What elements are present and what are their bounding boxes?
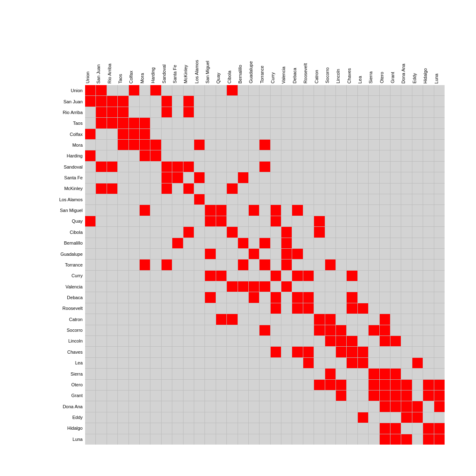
matrix-cell — [238, 150, 248, 161]
matrix-cell — [380, 249, 390, 259]
top-label-cell: Cibola — [227, 31, 238, 85]
matrix-cell — [336, 314, 346, 324]
matrix-cell — [194, 358, 205, 368]
matrix-cell — [336, 129, 346, 139]
matrix-cell — [412, 85, 423, 95]
matrix-cell — [194, 227, 205, 237]
matrix-cell — [194, 140, 205, 150]
matrix-cell — [259, 292, 270, 302]
matrix-cell — [336, 216, 346, 226]
matrix-cell — [434, 347, 445, 357]
matrix-cell — [347, 314, 357, 324]
top-label-cell: Dona Ana — [401, 31, 412, 85]
matrix-cell — [96, 380, 106, 390]
matrix-cell — [292, 423, 302, 433]
matrix-cell — [259, 118, 270, 128]
left-label-cell: Debaca — [31, 292, 85, 303]
matrix-cell — [162, 140, 172, 150]
matrix-cell — [150, 238, 161, 248]
matrix-cell — [336, 259, 346, 270]
matrix-cell — [314, 85, 324, 95]
matrix-cell — [85, 249, 95, 259]
matrix-cell — [96, 194, 106, 205]
matrix-cell — [423, 401, 433, 412]
matrix-cell — [281, 347, 292, 357]
matrix-cell — [216, 325, 226, 336]
matrix-cell — [325, 380, 336, 390]
matrix-cell — [259, 347, 270, 357]
matrix-cell — [369, 194, 379, 205]
matrix-cell — [118, 172, 128, 183]
matrix-cell — [380, 271, 390, 281]
matrix-cell — [423, 183, 433, 194]
matrix-cell — [205, 140, 215, 150]
matrix-cell — [118, 281, 128, 292]
matrix-cell — [227, 325, 237, 336]
left-label-cell: Guadalupe — [31, 248, 85, 259]
matrix-cell — [423, 172, 433, 183]
matrix-cell — [194, 401, 205, 412]
matrix-cell — [129, 140, 139, 150]
matrix-cell — [85, 412, 95, 423]
matrix-cell — [292, 314, 302, 324]
matrix-cell — [150, 369, 161, 379]
matrix-cell — [412, 292, 423, 302]
matrix-cell — [216, 412, 226, 423]
matrix-cell — [434, 227, 445, 237]
matrix-cell — [390, 150, 401, 161]
top-label-cell: San Miguel — [205, 31, 216, 85]
matrix-cell — [325, 227, 336, 237]
matrix-cell — [271, 183, 281, 194]
matrix-cell — [423, 129, 433, 139]
matrix-cell — [194, 336, 205, 346]
matrix-cell — [150, 380, 161, 390]
matrix-cell — [314, 216, 324, 226]
matrix-cell — [227, 380, 237, 390]
matrix-cell — [216, 183, 226, 194]
matrix-cell — [390, 434, 401, 445]
matrix-cell — [216, 423, 226, 433]
matrix-cell — [369, 205, 379, 215]
matrix-cell — [292, 281, 302, 292]
matrix-cell — [183, 85, 194, 95]
matrix-cell — [325, 85, 336, 95]
matrix-cell — [369, 412, 379, 423]
matrix-cell — [259, 259, 270, 270]
matrix-cell — [325, 259, 336, 270]
matrix-cell — [292, 150, 302, 161]
matrix-cell — [216, 162, 226, 172]
matrix-cell — [412, 303, 423, 314]
matrix-cell — [172, 162, 183, 172]
matrix-cell — [172, 150, 183, 161]
matrix-cell — [380, 325, 390, 336]
matrix-cell — [249, 369, 259, 379]
matrix-cell — [129, 390, 139, 401]
matrix-cell — [259, 129, 270, 139]
matrix-cell — [150, 172, 161, 183]
matrix-cell — [369, 227, 379, 237]
matrix-cell — [162, 314, 172, 324]
matrix-cell — [216, 314, 226, 324]
matrix-cell — [369, 369, 379, 379]
matrix-cell — [380, 423, 390, 433]
matrix-cell — [380, 303, 390, 314]
matrix-cell — [194, 85, 205, 95]
matrix-cell — [129, 259, 139, 270]
matrix-cell — [107, 401, 117, 412]
matrix-cell — [85, 303, 95, 314]
matrix-cell — [325, 336, 336, 346]
matrix-cell — [249, 314, 259, 324]
matrix-cell — [325, 107, 336, 117]
top-label-text: Sandoval — [162, 64, 167, 83]
matrix-cell — [118, 107, 128, 117]
matrix-cell — [412, 336, 423, 346]
matrix-cell — [390, 369, 401, 379]
left-label-cell: Eddy — [31, 412, 85, 423]
matrix-cell — [107, 85, 117, 95]
matrix-cell — [118, 271, 128, 281]
matrix-cell — [85, 390, 95, 401]
matrix-cell — [347, 303, 357, 314]
matrix-cell — [162, 150, 172, 161]
matrix-cell — [380, 205, 390, 215]
matrix-cell — [423, 118, 433, 128]
